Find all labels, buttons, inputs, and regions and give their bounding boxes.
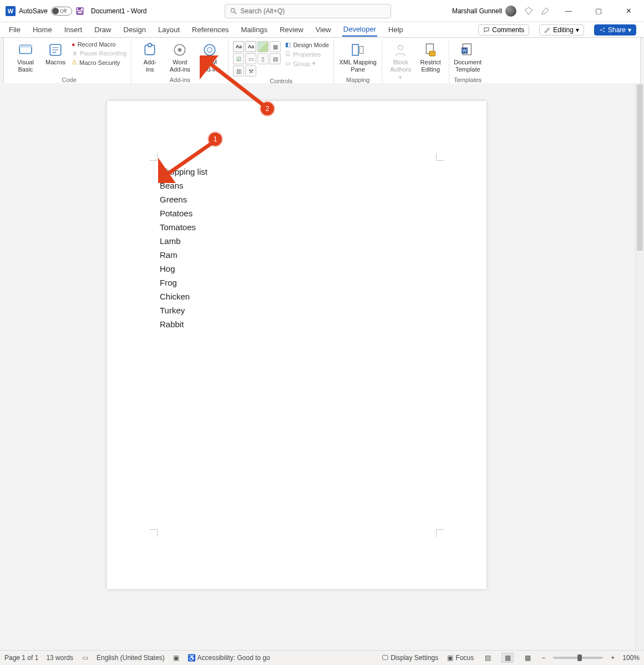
svg-rect-10	[19, 45, 32, 47]
group-label-templates: Templates	[454, 77, 481, 83]
rich-text-control-icon[interactable]: Aa	[233, 41, 244, 52]
document-canvas[interactable]: Shopping list Beans Greens Potatoes Toma…	[0, 83, 644, 649]
doc-line[interactable]: Turkey	[160, 303, 207, 317]
pen-icon[interactable]	[541, 7, 550, 16]
save-icon[interactable]	[75, 7, 84, 16]
tab-draw[interactable]: Draw	[93, 23, 112, 36]
com-addins-button[interactable]: COM Add-ins	[196, 41, 224, 73]
tab-home[interactable]: Home	[32, 23, 53, 36]
group-label-code: Code	[62, 77, 77, 83]
search-box[interactable]: Search (Alt+Q)	[225, 4, 391, 18]
tab-layout[interactable]: Layout	[157, 23, 181, 36]
print-layout-button[interactable]: ▦	[501, 653, 514, 663]
doc-line[interactable]: Greens	[160, 192, 207, 206]
svg-line-4	[234, 12, 236, 14]
tab-review[interactable]: Review	[278, 23, 305, 36]
doc-line[interactable]: Tomatoes	[160, 220, 207, 234]
autosave-toggle[interactable]: Off	[51, 7, 72, 16]
margin-mark	[150, 529, 158, 537]
restrict-editing-button[interactable]: Restrict Editing	[417, 41, 444, 73]
tab-references[interactable]: References	[191, 23, 230, 36]
doc-line[interactable]: Potatoes	[160, 206, 207, 220]
design-mode-button[interactable]: ◧Design Mode	[285, 41, 329, 48]
macro-status-icon[interactable]: ▣	[173, 654, 180, 662]
editing-button[interactable]: Editing ▾	[539, 24, 584, 35]
ribbon-tabs: File Home Insert Draw Design Layout Refe…	[0, 22, 644, 38]
scrollbar-thumb[interactable]	[637, 84, 643, 251]
com-addins-icon	[202, 43, 217, 57]
status-accessibility[interactable]: ♿ Accessibility: Good to go	[188, 654, 270, 662]
combobox-control-icon[interactable]: ▭	[245, 53, 256, 64]
legacy-tools-icon[interactable]: ⚒	[245, 65, 256, 77]
zoom-level[interactable]: 100%	[622, 654, 640, 662]
status-page[interactable]: Page 1 of 1	[4, 654, 38, 662]
diamond-icon[interactable]	[524, 7, 533, 16]
doc-line[interactable]: Hog	[160, 262, 207, 276]
margin-mark	[150, 153, 158, 161]
plain-text-control-icon[interactable]: Aa	[245, 41, 256, 52]
zoom-in-button[interactable]: +	[611, 654, 615, 662]
display-settings-button[interactable]: 🖵 Display Settings	[381, 654, 438, 662]
doc-line[interactable]: Beans	[160, 179, 207, 192]
annotation-callout-1: 1	[209, 133, 222, 146]
macro-security-button[interactable]: ⚠Macro Security	[72, 59, 126, 66]
xml-mapping-button[interactable]: XML Mapping Pane	[338, 41, 377, 73]
zoom-slider[interactable]	[553, 657, 603, 659]
repeating-section-control-icon[interactable]: ▥	[233, 65, 244, 77]
svg-point-6	[600, 29, 601, 31]
doc-line[interactable]: Shopping list	[160, 165, 207, 179]
dropdown-control-icon[interactable]: ▯	[257, 53, 268, 64]
restrict-editing-icon	[423, 43, 438, 57]
svg-point-7	[604, 28, 605, 29]
tab-design[interactable]: Design	[123, 23, 147, 36]
picture-control-icon[interactable]	[257, 41, 268, 52]
doc-line[interactable]: Frog	[160, 276, 207, 290]
document-page[interactable]: Shopping list Beans Greens Potatoes Toma…	[107, 101, 486, 589]
word-addins-button[interactable]: Word Add-ins	[166, 41, 194, 73]
record-macro-button[interactable]: ●Record Macro	[72, 41, 126, 48]
svg-point-15	[178, 48, 182, 52]
doc-line[interactable]: Ram	[160, 248, 207, 262]
svg-point-19	[398, 45, 403, 50]
pencil-icon	[544, 27, 551, 33]
spellcheck-icon[interactable]: ▭	[81, 654, 89, 662]
web-layout-button[interactable]: ▩	[521, 653, 534, 663]
close-button[interactable]: ✕	[617, 3, 640, 19]
date-picker-control-icon[interactable]: ▤	[270, 53, 281, 64]
tab-file[interactable]: File	[8, 23, 22, 36]
vertical-scrollbar[interactable]	[635, 83, 644, 649]
document-template-button[interactable]: W Document Template	[454, 41, 481, 73]
visual-basic-button[interactable]: Visual Basic	[12, 41, 39, 73]
tab-mailings[interactable]: Mailings	[240, 23, 269, 36]
zoom-out-button[interactable]: −	[541, 654, 545, 662]
doc-line[interactable]: Lamb	[160, 234, 207, 248]
macros-button[interactable]: Macros	[42, 41, 69, 66]
tab-help[interactable]: Help	[387, 23, 404, 36]
user-account[interactable]: Marshall Gunnell	[452, 6, 516, 17]
status-words[interactable]: 13 words	[46, 654, 73, 662]
chevron-down-icon: ▾	[312, 60, 316, 67]
building-block-control-icon[interactable]: ▦	[270, 41, 281, 52]
checkbox-control-icon[interactable]: ☑	[233, 53, 244, 64]
status-language[interactable]: English (United States)	[97, 654, 165, 662]
focus-button[interactable]: ▣ Focus	[446, 654, 474, 662]
minimize-button[interactable]: —	[557, 3, 580, 19]
tab-developer[interactable]: Developer	[342, 23, 377, 37]
document-body[interactable]: Shopping list Beans Greens Potatoes Toma…	[160, 165, 207, 331]
comments-button[interactable]: Comments	[478, 24, 529, 35]
group-code: Visual Basic Macros ●Record Macro ⏸Pause…	[7, 40, 131, 90]
doc-line[interactable]: Chicken	[160, 290, 207, 303]
tab-view[interactable]: View	[315, 23, 332, 36]
maximize-button[interactable]: ▢	[587, 3, 610, 19]
share-button[interactable]: Share ▾	[594, 24, 636, 35]
chevron-down-icon: ▾	[576, 26, 579, 34]
addins-icon	[143, 43, 157, 57]
doc-line[interactable]: Rabbit	[160, 317, 207, 331]
svg-text:W: W	[463, 48, 468, 53]
addins-button[interactable]: Add- ins	[136, 41, 164, 73]
read-mode-button[interactable]: ▤	[481, 653, 494, 663]
svg-rect-17	[352, 44, 358, 55]
tab-insert[interactable]: Insert	[63, 23, 84, 36]
group-controls: Aa Aa ▦ ☑ ▭ ▯ ▤ ▥ ⚒ ◧Design Mode ☰Proper…	[228, 40, 333, 90]
margin-mark	[436, 529, 444, 537]
